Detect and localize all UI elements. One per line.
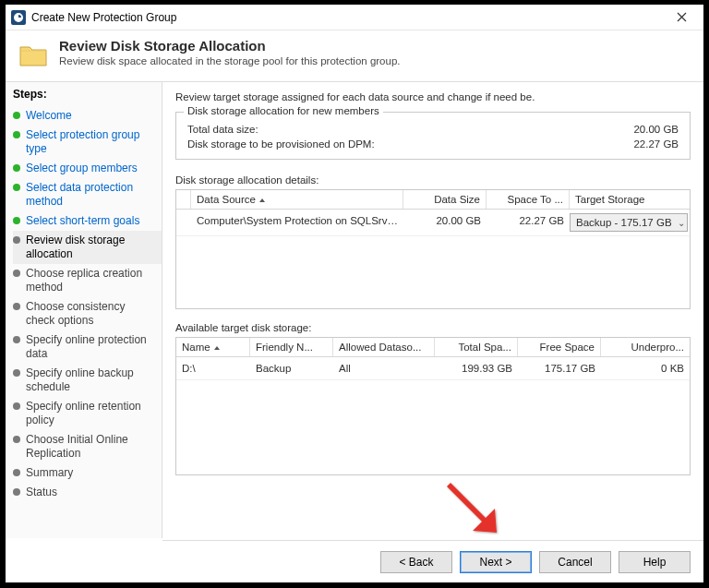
step-bullet-icon <box>13 270 20 277</box>
table-row[interactable]: Computer\System Protection on SQLSrv1.d.… <box>176 210 690 236</box>
step-5[interactable]: Review disk storage allocation <box>13 231 162 264</box>
step-label: Select short-term goals <box>26 214 139 228</box>
step-label: Review disk storage allocation <box>26 234 156 261</box>
step-bullet-icon <box>13 436 20 443</box>
provision-label: Disk storage to be provisioned on DPM: <box>187 138 375 150</box>
col-allowed-datasources[interactable]: Allowed Dataso... <box>333 338 435 356</box>
cell-allowed: All <box>333 361 435 376</box>
step-label: Welcome <box>26 109 72 123</box>
step-3[interactable]: Select data protection method <box>13 178 162 211</box>
page-heading: Review Disk Storage Allocation <box>59 38 401 54</box>
step-11[interactable]: Choose Initial Online Replication <box>13 430 162 463</box>
provision-value: 22.27 GB <box>633 138 679 150</box>
step-label: Select data protection method <box>26 181 156 209</box>
app-icon <box>11 10 26 25</box>
step-4[interactable]: Select short-term goals <box>13 211 162 231</box>
step-bullet-icon <box>13 236 20 244</box>
window-title: Create New Protection Group <box>31 11 663 24</box>
total-size-value: 20.00 GB <box>633 124 679 135</box>
step-bullet-icon <box>13 184 20 191</box>
wizard-button-bar: < Back Next > Cancel Help <box>162 540 703 582</box>
wizard-header: Review Disk Storage Allocation Review di… <box>6 30 703 82</box>
col-space-to[interactable]: Space To ... <box>487 190 570 209</box>
step-12[interactable]: Summary <box>13 463 162 483</box>
instructions-text: Review target storage assigned for each … <box>175 91 691 102</box>
wizard-window: Create New Protection Group Review Disk … <box>5 4 704 583</box>
cancel-button[interactable]: Cancel <box>539 551 611 573</box>
available-label: Available target disk storage: <box>175 322 691 333</box>
step-bullet-icon <box>13 469 20 476</box>
page-subtitle: Review disk space allocated in the stora… <box>59 55 401 66</box>
chevron-down-icon: ⌄ <box>678 218 685 228</box>
step-bullet-icon <box>13 164 20 172</box>
available-storage-grid[interactable]: Name Friendly N... Allowed Dataso... Tot… <box>175 337 691 475</box>
step-label: Choose replica creation method <box>26 267 156 294</box>
close-button[interactable] <box>663 6 700 29</box>
col-free-space[interactable]: Free Space <box>518 338 601 356</box>
step-13[interactable]: Status <box>13 483 162 502</box>
steps-sidebar: Steps: WelcomeSelect protection group ty… <box>6 82 162 538</box>
step-bullet-icon <box>13 488 20 496</box>
cell-data-source: Computer\System Protection on SQLSrv1.d.… <box>191 213 403 232</box>
step-9[interactable]: Specify online backup schedule <box>13 364 162 397</box>
cell-total-space: 199.93 GB <box>435 361 518 376</box>
table-row[interactable]: D:\ Backup All 199.93 GB 175.17 GB 0 KB <box>176 357 690 380</box>
step-label: Summary <box>26 466 73 480</box>
step-8[interactable]: Specify online protection data <box>13 330 162 364</box>
main-panel: Review target storage assigned for each … <box>162 82 703 538</box>
step-label: Choose Initial Online Replication <box>26 433 156 461</box>
step-bullet-icon <box>13 402 20 410</box>
step-label: Specify online retention policy <box>26 400 156 427</box>
back-button[interactable]: < Back <box>380 551 452 573</box>
cell-data-size: 20.00 GB <box>403 213 487 232</box>
step-label: Choose consistency check options <box>26 300 156 328</box>
step-label: Status <box>26 486 57 499</box>
new-members-legend: Disk storage allocation for new members <box>184 105 383 116</box>
steps-title: Steps: <box>13 88 162 101</box>
step-10[interactable]: Specify online retention policy <box>13 397 162 430</box>
new-members-group: Disk storage allocation for new members … <box>175 112 691 160</box>
next-button[interactable]: Next > <box>460 551 532 573</box>
cell-space-to: 22.27 GB <box>487 213 570 232</box>
step-0[interactable]: Welcome <box>13 106 162 126</box>
step-2[interactable]: Select group members <box>13 159 162 178</box>
cell-name: D:\ <box>176 361 250 376</box>
folder-icon <box>18 42 50 69</box>
col-data-source[interactable]: Data Source <box>191 190 403 209</box>
step-bullet-icon <box>13 336 20 343</box>
step-7[interactable]: Choose consistency check options <box>13 297 162 330</box>
col-name[interactable]: Name <box>176 338 250 356</box>
allocation-details-grid[interactable]: Data Source Data Size Space To ... Targe… <box>175 189 691 309</box>
col-total-space[interactable]: Total Spa... <box>435 338 518 356</box>
step-bullet-icon <box>13 303 20 310</box>
total-size-label: Total data size: <box>187 124 258 135</box>
col-friendly-name[interactable]: Friendly N... <box>250 338 333 356</box>
col-data-size[interactable]: Data Size <box>403 190 487 209</box>
step-1[interactable]: Select protection group type <box>13 126 162 159</box>
target-storage-select[interactable]: Backup - 175.17 GB ⌄ <box>570 213 688 232</box>
step-bullet-icon <box>13 112 20 119</box>
cell-free-space: 175.17 GB <box>518 361 601 376</box>
step-label: Select group members <box>26 162 138 175</box>
step-bullet-icon <box>13 131 20 138</box>
step-label: Specify online backup schedule <box>26 366 156 394</box>
step-label: Select protection group type <box>26 128 156 156</box>
step-label: Specify online protection data <box>26 333 156 361</box>
cell-underprovisioned: 0 KB <box>601 361 690 376</box>
help-button[interactable]: Help <box>619 551 691 573</box>
titlebar: Create New Protection Group <box>6 5 703 30</box>
col-underprovisioned[interactable]: Underpro... <box>601 338 690 356</box>
col-target-storage[interactable]: Target Storage <box>570 190 690 209</box>
cell-friendly-name: Backup <box>250 361 333 376</box>
step-bullet-icon <box>13 217 20 224</box>
target-storage-selected: Backup - 175.17 GB <box>576 217 672 228</box>
step-bullet-icon <box>13 369 20 377</box>
step-6[interactable]: Choose replica creation method <box>13 264 162 297</box>
details-label: Disk storage allocation details: <box>175 174 691 186</box>
